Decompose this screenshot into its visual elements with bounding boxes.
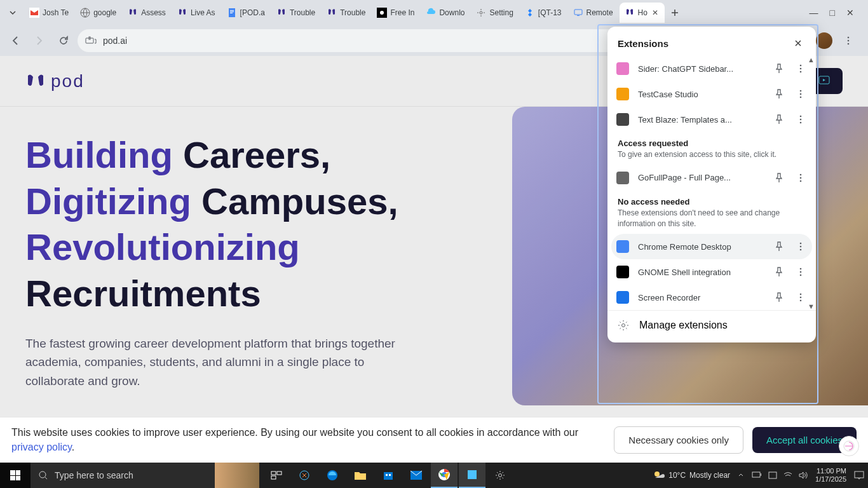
more-icon[interactable] [794, 115, 807, 124]
extension-item[interactable]: TestCase Studio [607, 81, 816, 107]
volume-icon[interactable] [799, 471, 808, 479]
app-icon[interactable] [459, 463, 485, 488]
tab-title: Downlo [439, 8, 465, 17]
pin-icon[interactable] [773, 114, 785, 125]
browser-tab[interactable]: Remote [568, 3, 618, 23]
tab-favicon-icon [276, 8, 287, 18]
browser-tab[interactable]: Trouble [322, 3, 370, 23]
svg-rect-3 [230, 10, 234, 11]
site-logo[interactable]: pod [25, 71, 85, 92]
pin-icon[interactable] [773, 89, 785, 99]
browser-tab[interactable]: google [75, 3, 121, 23]
taskbar-search[interactable]: Type here to search [31, 463, 215, 488]
necessary-cookies-button[interactable]: Necessary cookies only [614, 426, 743, 454]
tab-title: Josh Te [43, 8, 69, 17]
forward-button[interactable] [29, 30, 50, 51]
browser-tab[interactable]: Free In [372, 3, 419, 23]
chrome-menu-button[interactable] [839, 31, 858, 50]
minimize-button[interactable]: — [810, 8, 818, 18]
svg-rect-42 [277, 471, 281, 475]
tab-close-icon[interactable]: ✕ [651, 8, 660, 17]
site-info-icon[interactable] [85, 36, 97, 45]
settings-icon[interactable] [487, 463, 513, 488]
svg-rect-52 [468, 470, 477, 479]
scroll-up-arrow[interactable]: ▲ [808, 56, 815, 64]
mail-icon[interactable] [403, 463, 430, 488]
tab-title: Ho [638, 8, 648, 17]
extension-item[interactable]: Screen Recorder [607, 285, 816, 310]
taskbar-widget[interactable] [215, 463, 259, 488]
svg-point-34 [800, 274, 802, 276]
manage-extensions-label: Manage extensions [639, 320, 728, 331]
start-button[interactable] [0, 463, 31, 488]
more-icon[interactable] [794, 90, 807, 98]
scroll-down-arrow[interactable]: ▼ [808, 302, 815, 310]
back-button[interactable] [5, 30, 25, 51]
store-icon[interactable] [375, 463, 402, 488]
extension-name: Sider: ChatGPT Sidebar... [638, 64, 764, 74]
more-icon[interactable] [794, 242, 807, 251]
extensions-title: Extensions [618, 38, 668, 49]
tab-search-dropdown[interactable] [5, 5, 20, 20]
chrome-icon[interactable] [431, 463, 458, 488]
wifi-icon[interactable] [783, 471, 792, 479]
explorer-icon[interactable] [347, 463, 374, 488]
extension-name: GoFullPage - Full Page... [638, 173, 764, 182]
pin-icon[interactable] [773, 173, 785, 183]
more-icon[interactable] [794, 268, 807, 276]
assistant-bubble[interactable] [839, 436, 859, 456]
browser-tab[interactable]: Ho✕ [620, 3, 665, 23]
manage-extensions-button[interactable]: Manage extensions [607, 310, 816, 340]
privacy-policy-link[interactable]: privacy policy [11, 442, 72, 452]
weather-widget[interactable]: 10°C Mostly clear [652, 469, 730, 482]
browser-tab[interactable]: Trouble [271, 3, 320, 23]
svg-point-26 [800, 173, 802, 175]
svg-point-25 [800, 122, 802, 124]
svg-rect-5 [230, 13, 233, 13]
browser-tab[interactable]: Assess [123, 3, 171, 23]
network-icon[interactable] [768, 471, 777, 479]
extension-item[interactable]: GNOME Shell integration [607, 259, 816, 285]
more-icon[interactable] [794, 293, 807, 302]
task-view-icon[interactable] [263, 463, 290, 488]
copilot-icon[interactable] [291, 463, 318, 488]
taskbar-clock[interactable]: 11:00 PM 1/17/2025 [815, 467, 846, 484]
svg-point-35 [800, 294, 802, 295]
svg-point-53 [499, 474, 502, 477]
more-icon[interactable] [794, 173, 807, 182]
extension-icon [616, 62, 629, 75]
reload-button[interactable] [53, 30, 74, 51]
extension-item[interactable]: Sider: ChatGPT Sidebar... [607, 56, 816, 81]
pin-icon[interactable] [773, 64, 785, 74]
extension-item[interactable]: GoFullPage - Full Page... [607, 165, 816, 191]
svg-point-54 [654, 471, 660, 477]
battery-icon[interactable] [752, 471, 762, 479]
edge-icon[interactable] [319, 463, 346, 488]
svg-point-37 [800, 300, 802, 302]
tab-title: Assess [141, 8, 166, 17]
tab-favicon-icon [177, 8, 187, 18]
tray-chevron-icon[interactable] [738, 472, 744, 478]
extension-item[interactable]: Text Blaze: Templates a... [607, 107, 816, 132]
extensions-close-button[interactable] [790, 36, 806, 51]
svg-point-36 [800, 297, 802, 299]
new-tab-button[interactable] [666, 4, 684, 22]
browser-tab[interactable]: Live As [172, 3, 220, 23]
svg-rect-43 [271, 476, 276, 479]
browser-tab[interactable]: Josh Te [24, 3, 74, 23]
svg-rect-47 [386, 474, 388, 476]
browser-tab[interactable]: [QT-13 [520, 3, 567, 23]
pin-icon[interactable] [773, 241, 785, 252]
profile-avatar[interactable] [816, 32, 832, 49]
extension-icon [616, 291, 629, 304]
pin-icon[interactable] [773, 292, 785, 302]
close-window-button[interactable]: ✕ [846, 8, 854, 18]
browser-tab[interactable]: Downlo [421, 3, 470, 23]
maximize-button[interactable]: □ [830, 8, 835, 18]
browser-tab[interactable]: Setting [471, 3, 518, 23]
pin-icon[interactable] [773, 267, 785, 277]
more-icon[interactable] [794, 64, 807, 73]
extension-item[interactable]: Chrome Remote Desktop [611, 234, 812, 259]
notifications-icon[interactable] [854, 471, 864, 480]
browser-tab[interactable]: [POD.a [222, 3, 270, 23]
